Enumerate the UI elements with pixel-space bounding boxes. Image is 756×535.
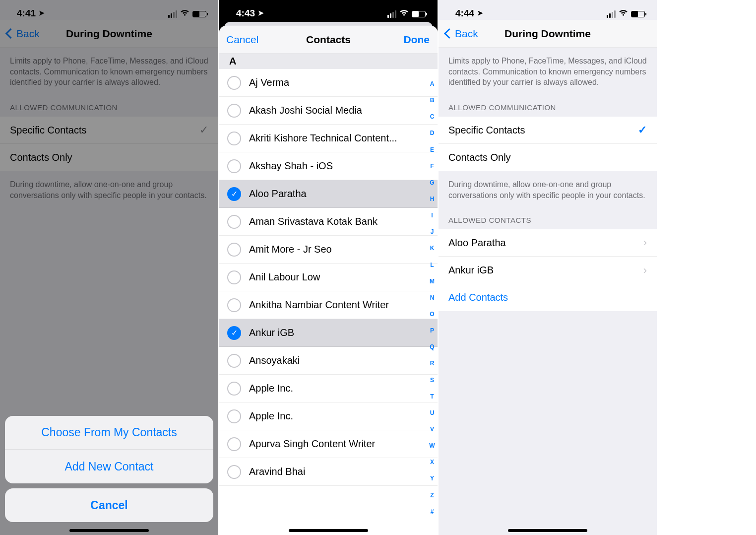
nav-bar: Cancel Contacts Done bbox=[219, 26, 438, 54]
index-letter[interactable]: P bbox=[428, 327, 437, 334]
contact-name: Amit More - Jr Seo bbox=[249, 244, 332, 255]
allowed-contact-row[interactable]: Ankur iGB› bbox=[439, 257, 657, 284]
checkbox-checked-icon: ✓ bbox=[227, 187, 241, 201]
index-letter[interactable]: Y bbox=[428, 475, 437, 482]
contact-row[interactable]: Akriti Kishore Technical Content... bbox=[219, 125, 438, 152]
checkbox-checked-icon: ✓ bbox=[227, 326, 241, 340]
checkbox-unchecked-icon bbox=[227, 354, 241, 368]
contact-row[interactable]: ✓Ankur iGB bbox=[219, 319, 438, 347]
contact-row[interactable]: Ansoyakaki bbox=[219, 347, 438, 375]
cell-signal-icon bbox=[387, 10, 396, 18]
back-button[interactable]: Back bbox=[445, 20, 478, 47]
alphabet-index[interactable]: ABCDEFGHIJKLMNOPQRSTUVWXYZ# bbox=[428, 80, 437, 515]
index-letter[interactable]: A bbox=[428, 80, 437, 87]
chevron-left-icon bbox=[445, 28, 455, 40]
checkbox-unchecked-icon bbox=[227, 270, 241, 284]
nav-bar: Back During Downtime bbox=[439, 20, 657, 48]
done-label: Done bbox=[404, 34, 430, 46]
action-sheet: Choose From My Contacts Add New Contact … bbox=[5, 416, 213, 527]
checkbox-unchecked-icon bbox=[227, 382, 241, 396]
index-letter[interactable]: H bbox=[428, 196, 437, 202]
contact-name: Anil Labour Low bbox=[249, 271, 320, 283]
contact-row[interactable]: Apurva Singh Content Writer bbox=[219, 430, 438, 458]
sheet-cancel[interactable]: Cancel bbox=[5, 488, 213, 522]
contact-name: Akshay Shah - iOS bbox=[249, 160, 333, 172]
index-letter[interactable]: V bbox=[428, 426, 437, 433]
cancel-button[interactable]: Cancel bbox=[226, 26, 258, 53]
contact-name: Akriti Kishore Technical Content... bbox=[249, 133, 397, 144]
sheet-btn-label: Choose From My Contacts bbox=[41, 426, 177, 439]
contact-row[interactable]: Anil Labour Low bbox=[219, 264, 438, 291]
contact-row[interactable]: Ankitha Nambiar Content Writer bbox=[219, 291, 438, 319]
checkbox-unchecked-icon bbox=[227, 104, 241, 118]
index-letter[interactable]: M bbox=[428, 278, 437, 285]
checkbox-unchecked-icon bbox=[227, 76, 241, 90]
page-title: During Downtime bbox=[504, 28, 591, 40]
chevron-right-icon: › bbox=[643, 236, 647, 249]
description-text: Limits apply to Phone, FaceTime, Message… bbox=[439, 48, 657, 92]
contact-name: Ansoyakaki bbox=[249, 355, 300, 366]
index-letter[interactable]: O bbox=[428, 311, 437, 318]
contact-name: Ankitha Nambiar Content Writer bbox=[249, 299, 389, 311]
home-indicator[interactable] bbox=[69, 529, 149, 532]
contacts-list[interactable]: Aj VermaAkash Joshi Social MediaAkriti K… bbox=[219, 69, 438, 486]
checkbox-unchecked-icon bbox=[227, 243, 241, 257]
contact-row[interactable]: Akash Joshi Social Media bbox=[219, 97, 438, 125]
contact-row[interactable]: Aj Verma bbox=[219, 69, 438, 97]
index-letter[interactable]: # bbox=[428, 508, 437, 515]
add-contacts-button[interactable]: Add Contacts bbox=[439, 284, 657, 311]
location-icon: ➤ bbox=[258, 9, 264, 17]
location-icon: ➤ bbox=[477, 9, 483, 17]
contacts-picker-card: Cancel Contacts Done A Aj VermaAkash Jos… bbox=[219, 26, 438, 535]
index-letter[interactable]: K bbox=[428, 245, 437, 252]
home-indicator[interactable] bbox=[289, 529, 368, 532]
wifi-icon bbox=[399, 9, 409, 19]
index-letter[interactable]: X bbox=[428, 459, 437, 466]
index-letter[interactable]: C bbox=[428, 113, 437, 120]
contact-row[interactable]: ✓Aloo Paratha bbox=[219, 180, 438, 208]
contact-row[interactable]: Aravind Bhai bbox=[219, 458, 438, 486]
contact-row[interactable]: Aman Srivastava Kotak Bank bbox=[219, 208, 438, 236]
index-letter[interactable]: E bbox=[428, 146, 437, 153]
checkbox-unchecked-icon bbox=[227, 159, 241, 173]
index-letter[interactable]: T bbox=[428, 393, 437, 400]
contact-row[interactable]: Akshay Shah - iOS bbox=[219, 152, 438, 180]
checkbox-unchecked-icon bbox=[227, 215, 241, 229]
cell-signal-icon bbox=[607, 10, 616, 18]
sheet-choose-contacts[interactable]: Choose From My Contacts bbox=[5, 416, 213, 450]
status-time: 4:43 bbox=[236, 8, 255, 19]
contact-row[interactable]: Amit More - Jr Seo bbox=[219, 236, 438, 264]
section-header-contacts: ALLOWED CONTACTS bbox=[439, 204, 657, 229]
index-letter[interactable]: B bbox=[428, 97, 437, 104]
index-letter[interactable]: L bbox=[428, 262, 437, 268]
index-letter[interactable]: W bbox=[428, 442, 437, 449]
index-letter[interactable]: G bbox=[428, 179, 437, 186]
index-letter[interactable]: I bbox=[428, 212, 437, 219]
contact-row[interactable]: Apple Inc. bbox=[219, 375, 438, 402]
allowed-contact-row[interactable]: Aloo Paratha› bbox=[439, 229, 657, 257]
index-letter[interactable]: Z bbox=[428, 492, 437, 499]
contact-name: Akash Joshi Social Media bbox=[249, 105, 362, 116]
option-specific-contacts[interactable]: Specific Contacts ✓ bbox=[439, 117, 657, 144]
index-letter[interactable]: Q bbox=[428, 343, 437, 350]
page-title: Contacts bbox=[306, 34, 351, 46]
index-letter[interactable]: D bbox=[428, 130, 437, 136]
sheet-add-new-contact[interactable]: Add New Contact bbox=[5, 450, 213, 483]
contact-row[interactable]: Apple Inc. bbox=[219, 402, 438, 430]
contact-name: Aman Srivastava Kotak Bank bbox=[249, 216, 378, 227]
allowed-contacts-list: Aloo Paratha›Ankur iGB› bbox=[439, 229, 657, 284]
checkbox-unchecked-icon bbox=[227, 437, 241, 451]
index-letter[interactable]: U bbox=[428, 409, 437, 416]
index-letter[interactable]: N bbox=[428, 294, 437, 301]
index-letter[interactable]: J bbox=[428, 228, 437, 235]
chevron-right-icon: › bbox=[643, 264, 647, 277]
done-button[interactable]: Done bbox=[404, 26, 430, 53]
index-letter[interactable]: S bbox=[428, 377, 437, 384]
home-indicator[interactable] bbox=[508, 529, 587, 532]
index-letter[interactable]: R bbox=[428, 360, 437, 367]
option-contacts-only[interactable]: Contacts Only bbox=[439, 144, 657, 171]
contact-name: Apurva Singh Content Writer bbox=[249, 438, 375, 450]
allowed-contact-name: Aloo Paratha bbox=[448, 237, 506, 249]
contact-name: Aj Verma bbox=[249, 77, 289, 88]
index-letter[interactable]: F bbox=[428, 163, 437, 170]
